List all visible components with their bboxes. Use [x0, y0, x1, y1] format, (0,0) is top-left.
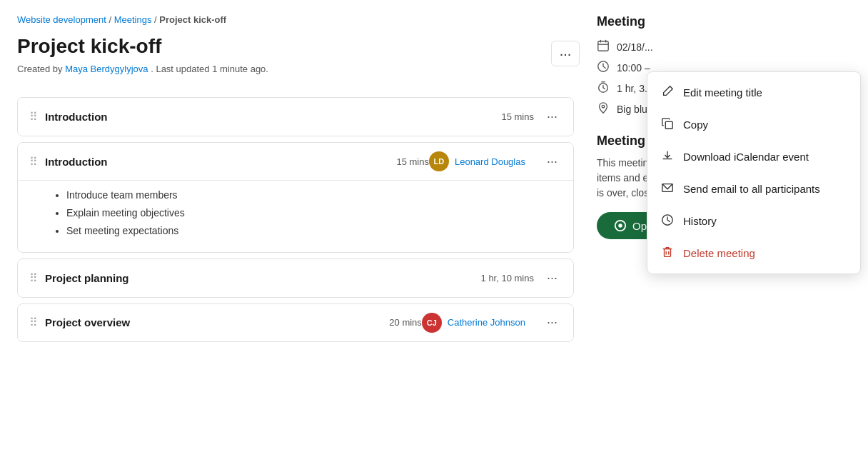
dropdown-download[interactable]: Download iCalendar event — [647, 141, 860, 173]
location-icon — [597, 101, 610, 116]
dropdown-history[interactable]: History — [647, 205, 860, 237]
meeting-details-title: Meeting — [597, 14, 839, 29]
detail-row-date: 02/18/... — [597, 39, 839, 54]
breadcrumb-current: Project kick-off — [159, 14, 226, 25]
avatar-cj: CJ — [422, 313, 442, 333]
agenda-section-intro-expanded: ⠿ Introduction 15 mins LD Leonard Dougla… — [17, 142, 574, 253]
agenda-item-row-overview: ⠿ Project overview 20 mins CJ Catherine … — [18, 304, 573, 341]
dropdown-send-email[interactable]: Send email to all participants — [647, 173, 860, 205]
calendar-icon — [597, 39, 610, 54]
agenda-item-duration-intro: 15 mins — [396, 156, 429, 167]
title-area: Project kick-off Created by Maya Berdygy… — [17, 35, 268, 91]
agenda-header-intro-collapsed: ⠿ Introduction 15 mins ··· — [18, 98, 573, 136]
ellipsis-icon: ··· — [560, 46, 572, 62]
svg-rect-13 — [665, 249, 671, 257]
dropdown-edit-title[interactable]: Edit meeting title — [647, 76, 860, 109]
download-icon — [660, 149, 675, 164]
more-options-button[interactable]: ··· — [551, 41, 580, 66]
assignee-name-ld[interactable]: Leonard Douglas — [455, 156, 525, 167]
agenda-item-row-intro: ⠿ Introduction 15 mins LD Leonard Dougla… — [18, 143, 573, 180]
agenda-title-planning: Project planning — [45, 272, 475, 284]
dropdown-menu: Edit meeting title Copy Download iCalend… — [647, 71, 861, 274]
assignee-intro: LD Leonard Douglas — [429, 151, 525, 171]
assignee-overview: CJ Catherine Johnson — [422, 313, 525, 333]
agenda-header-project-planning: ⠿ Project planning 1 hr, 10 mins ··· — [18, 259, 573, 297]
bullet-3: Set meeting expectations — [66, 222, 562, 240]
agenda-title: Introduction — [45, 111, 495, 123]
header-area: Project kick-off Created by Maya Berdygy… — [17, 35, 574, 91]
trash-icon — [660, 246, 675, 261]
copy-icon — [660, 117, 675, 132]
bullet-2: Explain meeting objectives — [66, 204, 562, 222]
page-container: Website development / Meetings / Project… — [0, 0, 868, 457]
agenda-item-duration-overview: 20 mins — [389, 317, 422, 328]
svg-point-9 — [618, 224, 622, 227]
agenda-duration: 15 mins — [501, 111, 534, 122]
drag-handle-overview[interactable]: ⠿ — [29, 316, 38, 329]
agenda-section-project-planning: ⠿ Project planning 1 hr, 10 mins ··· — [17, 258, 574, 298]
agenda-duration-planning: 1 hr, 10 mins — [481, 273, 534, 283]
page-title: Project kick-off — [17, 35, 268, 58]
author-link[interactable]: Maya Berdygylyjova — [65, 64, 148, 74]
agenda-section-intro-collapsed: ⠿ Introduction 15 mins ··· — [17, 97, 574, 136]
pencil-icon — [660, 85, 675, 100]
drag-handle-planning[interactable]: ⠿ — [29, 271, 38, 285]
avatar-ld: LD — [429, 151, 449, 171]
agenda-more-button-planning[interactable]: ··· — [542, 269, 562, 287]
agenda-more-button[interactable]: ··· — [542, 108, 562, 126]
history-icon — [660, 214, 675, 228]
breadcrumb-website-development[interactable]: Website development — [17, 14, 106, 25]
duration-icon — [597, 81, 610, 96]
meeting-date: 02/18/... — [617, 41, 653, 53]
agenda-section-project-overview: ⠿ Project overview 20 mins CJ Catherine … — [17, 303, 574, 342]
svg-point-7 — [602, 105, 605, 108]
drag-handle[interactable]: ⠿ — [29, 110, 38, 124]
assignee-name-cj[interactable]: Catherine Johnson — [448, 317, 525, 328]
dropdown-copy[interactable]: Copy — [647, 109, 860, 141]
agenda-bullets-intro: Introduce team members Explain meeting o… — [18, 181, 573, 252]
email-icon — [660, 181, 675, 196]
breadcrumb: Website development / Meetings / Project… — [17, 14, 574, 25]
meta-info: Created by Maya Berdygylyjova . Last upd… — [17, 64, 268, 74]
agenda-item-more-button-overview[interactable]: ··· — [542, 313, 562, 331]
main-content: Website development / Meetings / Project… — [17, 14, 574, 443]
svg-rect-0 — [598, 41, 608, 51]
breadcrumb-meetings[interactable]: Meetings — [114, 14, 152, 25]
drag-handle-intro[interactable]: ⠿ — [29, 155, 38, 169]
bullet-1: Introduce team members — [66, 186, 562, 204]
open-circle-icon — [614, 219, 627, 232]
agenda-item-more-button-intro[interactable]: ··· — [542, 153, 562, 171]
svg-rect-10 — [665, 121, 672, 129]
agenda-item-title-overview: Project overview — [45, 316, 130, 328]
agenda-item-title-intro: Introduction — [45, 156, 107, 168]
dropdown-delete[interactable]: Delete meeting — [647, 237, 860, 269]
meeting-time: 10:00 – — [617, 62, 650, 74]
clock-icon — [597, 60, 610, 75]
